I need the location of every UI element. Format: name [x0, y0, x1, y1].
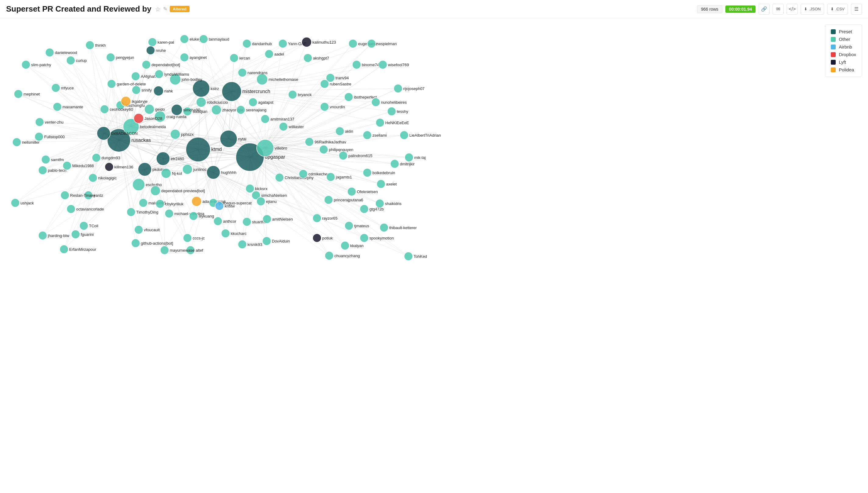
graph-node[interactable]	[165, 209, 174, 218]
graph-node[interactable]	[349, 39, 357, 48]
graph-node[interactable]	[275, 173, 284, 182]
graph-node[interactable]	[238, 68, 247, 77]
graph-node[interactable]	[97, 127, 110, 140]
graph-node[interactable]	[22, 60, 30, 69]
graph-node[interactable]	[360, 234, 368, 242]
graph-node[interactable]	[377, 180, 385, 188]
graph-node[interactable]	[35, 132, 43, 141]
graph-node[interactable]	[155, 70, 163, 79]
graph-node[interactable]	[265, 50, 273, 58]
graph-node[interactable]	[14, 90, 23, 98]
graph-node[interactable]	[387, 107, 396, 115]
graph-node[interactable]	[156, 199, 164, 208]
graph-node[interactable]	[170, 129, 180, 139]
edit-icon[interactable]: ✎	[163, 6, 167, 12]
graph-node[interactable]	[376, 119, 384, 127]
graph-node[interactable]	[207, 166, 220, 179]
graph-node[interactable]	[288, 90, 297, 99]
graph-node[interactable]	[67, 205, 75, 213]
graph-node[interactable]	[221, 229, 230, 238]
link-button[interactable]: 🔗	[759, 4, 770, 15]
graph-node[interactable]	[13, 138, 21, 146]
graph-node[interactable]	[61, 191, 69, 199]
graph-node[interactable]	[394, 84, 402, 93]
graph-node[interactable]	[305, 137, 314, 146]
graph-node[interactable]	[214, 217, 222, 226]
graph-node[interactable]	[278, 39, 287, 48]
graph-node[interactable]	[192, 196, 202, 206]
graph-node[interactable]	[325, 251, 334, 260]
graph-node[interactable]	[380, 223, 388, 232]
graph-node[interactable]	[51, 84, 60, 92]
graph-node[interactable]	[151, 186, 160, 196]
graph-node[interactable]	[183, 234, 192, 242]
graph-node[interactable]	[262, 237, 271, 245]
graph-node[interactable]	[257, 140, 274, 156]
graph-node[interactable]	[71, 230, 80, 239]
graph-node[interactable]	[222, 82, 242, 101]
graph-node[interactable]	[144, 104, 154, 114]
graph-node[interactable]	[319, 145, 328, 154]
graph-node[interactable]	[313, 234, 321, 242]
graph-node[interactable]	[326, 173, 335, 181]
graph-node[interactable]	[139, 199, 147, 207]
graph-node[interactable]	[196, 97, 206, 107]
csv-download-button[interactable]: ⬇ .CSV	[827, 4, 848, 15]
graph-node[interactable]	[131, 239, 140, 248]
graph-node[interactable]	[131, 72, 140, 81]
more-options-button[interactable]: ☰	[851, 4, 862, 15]
graph-node[interactable]	[92, 153, 100, 162]
graph-node[interactable]	[132, 86, 140, 94]
graph-node[interactable]	[336, 127, 344, 135]
graph-node[interactable]	[347, 187, 356, 196]
graph-node[interactable]	[106, 53, 115, 62]
graph-node[interactable]	[60, 245, 68, 254]
graph-node[interactable]	[404, 252, 413, 260]
graph-node[interactable]	[303, 54, 312, 62]
graph-node[interactable]	[320, 103, 329, 111]
json-download-button[interactable]: ⬇ .JSON	[801, 4, 824, 15]
graph-node[interactable]	[363, 131, 371, 140]
graph-node[interactable]	[249, 98, 257, 106]
graph-node[interactable]	[180, 53, 189, 62]
code-button[interactable]: </>	[786, 4, 798, 15]
star-icon[interactable]: ☆	[155, 5, 161, 13]
graph-node[interactable]	[360, 205, 368, 213]
graph-node[interactable]	[352, 60, 361, 69]
graph-node[interactable]	[89, 174, 97, 182]
graph-node[interactable]	[156, 152, 170, 165]
graph-node[interactable]	[100, 105, 109, 113]
graph-node[interactable]	[344, 93, 353, 101]
graph-node[interactable]	[142, 60, 151, 69]
email-button[interactable]: ✉	[773, 4, 783, 15]
network-graph[interactable]: rusackasdpgasparvillebronytaiktmdetr2460…	[0, 18, 868, 493]
graph-node[interactable]	[236, 106, 245, 114]
graph-node[interactable]	[39, 166, 47, 174]
graph-node[interactable]	[63, 162, 71, 170]
graph-node[interactable]	[279, 122, 288, 131]
graph-node[interactable]	[375, 199, 384, 208]
graph-node[interactable]	[183, 165, 192, 174]
graph-node[interactable]	[127, 208, 135, 216]
graph-node[interactable]	[39, 231, 47, 240]
graph-node[interactable]	[180, 35, 189, 43]
graph-node[interactable]	[42, 155, 50, 164]
graph-node[interactable]	[345, 221, 353, 230]
graph-node[interactable]	[171, 104, 182, 115]
graph-node[interactable]	[53, 103, 62, 111]
graph-node[interactable]	[134, 226, 143, 234]
graph-node[interactable]	[339, 151, 347, 160]
graph-node[interactable]	[160, 246, 169, 254]
graph-node[interactable]	[11, 199, 20, 207]
graph-node[interactable]	[299, 170, 307, 178]
graph-node[interactable]	[36, 118, 44, 126]
graph-node[interactable]	[405, 153, 413, 162]
graph-node[interactable]	[302, 37, 312, 47]
graph-node[interactable]	[367, 39, 376, 48]
graph-node[interactable]	[313, 214, 321, 222]
graph-node[interactable]	[320, 80, 329, 88]
graph-node[interactable]	[257, 197, 265, 206]
graph-node[interactable]	[134, 113, 143, 123]
graph-node[interactable]	[189, 212, 198, 220]
graph-node[interactable]	[257, 74, 268, 85]
